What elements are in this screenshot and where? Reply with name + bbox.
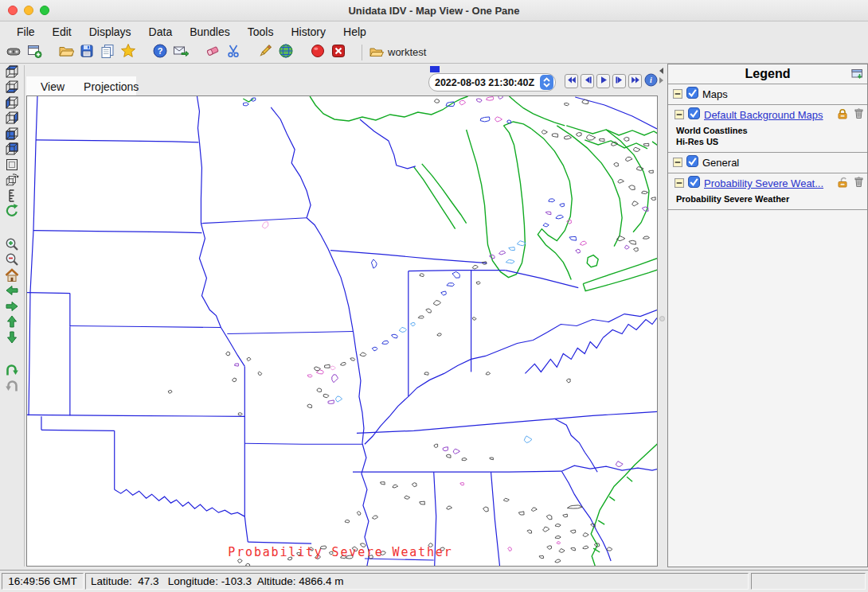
probability-contour (472, 317, 476, 321)
visibility-checkbox[interactable] (686, 155, 698, 170)
lock-open-icon[interactable] (836, 176, 849, 191)
record-movie-icon (310, 43, 326, 62)
show-help-icon: ? (152, 43, 168, 62)
map-view[interactable]: Probability Severe Weather (26, 95, 658, 567)
display-control-link[interactable]: Default Background Maps (704, 109, 832, 121)
probability-contour (446, 454, 451, 458)
add-favorite-button[interactable] (118, 43, 139, 62)
show-projection-manager-button[interactable] (276, 43, 296, 62)
trash-icon[interactable] (854, 107, 864, 123)
record-movie-button[interactable] (307, 43, 328, 62)
new-view-window-button[interactable] (24, 43, 45, 62)
map-canvas[interactable]: Probability Severe Weather (27, 96, 657, 566)
coastline (598, 520, 604, 524)
show-dashboard-button[interactable] (3, 43, 24, 62)
trash-icon[interactable] (854, 176, 864, 191)
splitter-handle[interactable] (659, 316, 665, 321)
animation-timeline-indicator[interactable] (430, 66, 440, 72)
visibility-checkbox[interactable] (688, 176, 700, 191)
time-stepper[interactable] (540, 75, 553, 90)
probability-contour (392, 334, 398, 338)
probability-contour (616, 236, 624, 241)
probability-contour (599, 138, 604, 141)
menu-help[interactable]: Help (334, 24, 375, 40)
probability-contour (360, 352, 366, 356)
state-border (199, 142, 201, 224)
probability-contour (649, 170, 654, 173)
copy-display-button[interactable] (97, 43, 118, 62)
menu-file[interactable]: File (8, 24, 44, 40)
state-border (525, 337, 603, 373)
worktest-folder-button[interactable]: worktest (369, 45, 426, 60)
collapse-toggle-icon[interactable] (673, 156, 682, 170)
info-button[interactable]: i (644, 74, 658, 88)
state-border (197, 96, 199, 142)
collapse-right-icon[interactable] (659, 77, 663, 84)
window-titlebar[interactable]: Unidata IDV - Map View - One Pane (0, 0, 868, 21)
visibility-checkbox[interactable] (688, 107, 700, 123)
probability-contour (539, 556, 544, 559)
visibility-checkbox[interactable] (686, 87, 698, 102)
probability-contour (643, 143, 649, 146)
probability-contour (567, 505, 582, 508)
legend-sub-label: World Coastlines (668, 125, 867, 136)
collapse-toggle-icon[interactable] (674, 108, 684, 123)
panel-splitter[interactable] (659, 64, 667, 567)
collapse-left-icon[interactable] (659, 68, 663, 74)
state-border (554, 419, 597, 472)
remove-data-and-displays-button[interactable] (223, 43, 244, 62)
collapse-toggle-icon[interactable] (674, 177, 684, 191)
folder-icon (369, 45, 384, 60)
auto-rotate-button[interactable] (3, 205, 21, 221)
probability-contour (460, 482, 464, 485)
collapse-toggle-icon[interactable] (673, 88, 682, 102)
show-dashboard-icon (6, 43, 22, 62)
info-icon: i (644, 73, 658, 90)
menu-history[interactable]: History (282, 24, 334, 40)
legend-section-maps: Maps (668, 84, 867, 104)
window-title: Unidata IDV - Map View - One Pane (0, 5, 868, 17)
menu-tools[interactable]: Tools (239, 24, 283, 40)
probability-contour (476, 282, 480, 284)
redo-icon (4, 378, 20, 397)
probability-contour (452, 272, 459, 278)
lock-closed-icon[interactable] (836, 107, 849, 123)
state-border (409, 310, 657, 397)
svg-text:i: i (650, 76, 652, 84)
probability-contour (531, 508, 537, 512)
probability-contour (447, 506, 452, 509)
probability-contour (486, 372, 490, 375)
time-selector[interactable]: 2022-08-03 21:30:40Z (428, 73, 556, 92)
display-control-link[interactable]: Probability Severe Weat... (704, 177, 832, 189)
pan-down-button[interactable] (3, 331, 21, 347)
undock-legend-button[interactable] (850, 67, 864, 84)
fast-forward-button[interactable] (628, 74, 642, 88)
add-favorite-icon (120, 43, 136, 62)
menu-data[interactable]: Data (140, 24, 182, 40)
show-help-button[interactable]: ? (150, 43, 170, 62)
save-bundle-button[interactable] (76, 43, 97, 62)
remove-displays-button[interactable] (202, 43, 223, 62)
menu-projections[interactable]: Projections (76, 79, 147, 95)
exit-idv-button[interactable] (328, 43, 349, 62)
legend-sub-label: Hi-Res US (668, 136, 867, 147)
coastline (627, 477, 632, 481)
probability-contour (556, 215, 564, 219)
edit-formulas-button[interactable] (255, 43, 276, 62)
rewind-button[interactable] (565, 74, 578, 88)
open-bundle-button[interactable] (56, 43, 76, 62)
play-button[interactable] (596, 74, 610, 88)
probability-contour (399, 327, 406, 332)
menu-bundles[interactable]: Bundles (181, 24, 239, 40)
probability-contour (543, 527, 549, 532)
redo-button[interactable] (3, 380, 21, 395)
probability-contour (642, 191, 648, 193)
step-back-button[interactable] (581, 74, 594, 88)
menu-displays[interactable]: Displays (80, 24, 140, 40)
probability-contour (433, 300, 440, 305)
step-forward-button[interactable] (612, 74, 626, 88)
menu-edit[interactable]: Edit (44, 24, 80, 40)
menu-view[interactable]: View (33, 79, 72, 95)
support-request-button[interactable] (170, 43, 191, 62)
coastline (585, 140, 647, 149)
